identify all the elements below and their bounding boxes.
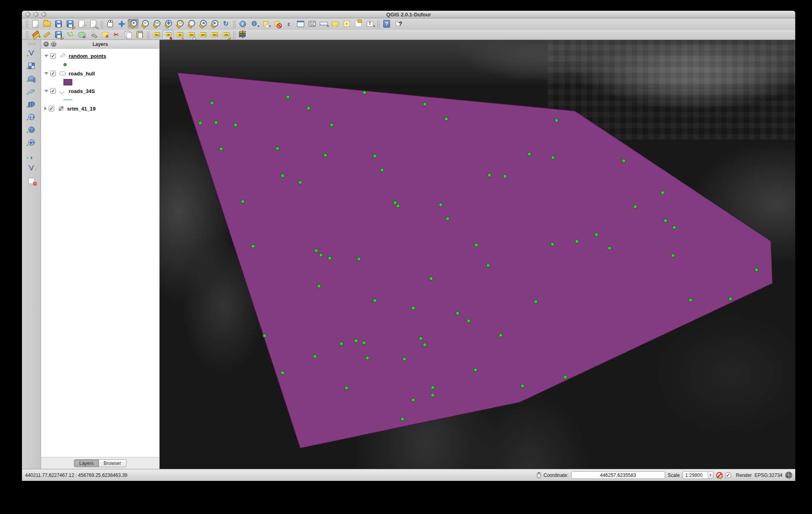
disclosure-triangle-icon[interactable] — [44, 55, 48, 57]
new-shapefile-layer-icon[interactable]: * — [26, 163, 37, 173]
dropdown-caret-icon[interactable]: ▼ — [269, 25, 271, 28]
title-bar[interactable]: QGIS 2.0.1-Dufour — [22, 11, 795, 18]
zoom-last-icon[interactable]: ◀ — [197, 19, 208, 29]
node-tool-icon[interactable] — [88, 30, 99, 40]
zoom-out-icon[interactable]: − — [139, 19, 150, 29]
save-project-as-icon[interactable] — [65, 19, 75, 29]
toolbar-drag-handle[interactable] — [146, 31, 150, 39]
new-print-composer-icon[interactable]: * — [76, 19, 87, 29]
add-postgis-layer-icon[interactable]: + — [26, 74, 37, 83]
new-project-icon[interactable] — [30, 19, 41, 29]
add-raster-layer-icon[interactable]: + — [26, 61, 37, 71]
show-bookmarks-icon[interactable] — [353, 19, 364, 29]
layer-visibility-checkbox[interactable]: ✓ — [50, 53, 56, 59]
pan-to-selection-icon[interactable] — [116, 19, 127, 29]
toolbar-drag-handle[interactable] — [25, 31, 29, 39]
toolbar-drag-handle[interactable] — [100, 20, 103, 28]
add-feature-icon[interactable] — [65, 30, 75, 40]
pin-unpin-labels-icon[interactable]: ab — [174, 30, 185, 40]
paste-features-icon[interactable] — [134, 30, 145, 40]
disclosure-triangle-icon[interactable] — [44, 90, 48, 92]
save-project-icon[interactable] — [53, 19, 64, 29]
run-feature-action-icon[interactable]: ⚙▼ — [249, 19, 259, 29]
layer-name[interactable]: random_points — [69, 53, 106, 59]
zoom-in-icon[interactable]: + — [128, 19, 139, 29]
open-project-icon[interactable] — [42, 19, 52, 29]
layer-visibility-checkbox[interactable]: ✓ — [50, 71, 56, 76]
add-delimited-text-layer-icon[interactable]: ,+ — [26, 150, 37, 160]
measure-icon[interactable]: ▼ — [318, 19, 329, 29]
coordinate-input[interactable] — [571, 471, 665, 479]
zoom-to-layer-icon[interactable] — [186, 19, 196, 29]
whats-this-icon[interactable] — [393, 19, 404, 29]
toolbar-drag-handle[interactable] — [232, 31, 236, 39]
dropdown-caret-icon[interactable]: ▼ — [38, 36, 41, 38]
mouse-position-icon[interactable] — [537, 472, 541, 478]
toolbar-drag-handle[interactable] — [28, 42, 36, 46]
zoom-native-icon[interactable]: 1:1 — [151, 19, 162, 29]
toolbar-drag-handle[interactable] — [232, 20, 236, 28]
pan-map-icon[interactable] — [105, 19, 115, 29]
stop-render-icon[interactable] — [716, 472, 723, 478]
dropdown-caret-icon[interactable]: ▼ — [257, 25, 260, 28]
render-checkbox[interactable]: ✓ — [725, 472, 731, 478]
layer-row-roads_hull[interactable]: ✓roads_hull — [41, 69, 159, 78]
layer-row-roads_34S[interactable]: ✓roads_34S — [41, 86, 159, 96]
rotate-label-icon[interactable]: abc — [209, 30, 220, 40]
layer-labeling-options-icon[interactable]: abc — [151, 30, 162, 40]
change-label-icon[interactable]: abc — [220, 30, 231, 40]
refresh-icon[interactable]: ↻ — [220, 19, 231, 29]
add-wfs-layer-icon[interactable]: V+ — [26, 138, 37, 147]
field-calculator-icon[interactable] — [307, 19, 317, 29]
scale-dropdown-icon[interactable]: ▼ — [708, 471, 713, 479]
add-vector-layer-icon[interactable]: + — [26, 48, 37, 58]
add-spatialite-layer-icon[interactable]: + — [26, 87, 37, 96]
scale-combo[interactable]: 1:29800 ▼ — [683, 471, 713, 479]
add-mssql-layer-icon[interactable]: + — [26, 99, 37, 109]
highlight-pinned-labels-icon[interactable]: ab — [162, 30, 173, 40]
toggle-editing-icon[interactable] — [42, 30, 52, 40]
map-canvas[interactable] — [160, 40, 795, 469]
layer-name[interactable]: srtm_41_19 — [67, 106, 96, 112]
panel-tab-layers[interactable]: Layers — [74, 459, 99, 467]
panel-tab-browser[interactable]: Browser — [99, 459, 127, 467]
layer-row-srtm_41_19[interactable]: ✓srtm_41_19 — [41, 104, 159, 113]
new-bookmark-icon[interactable]: ★ — [341, 19, 352, 29]
toolbar-drag-handle[interactable] — [25, 20, 29, 28]
layer-visibility-checkbox[interactable]: ✓ — [49, 106, 54, 111]
show-hide-labels-icon[interactable]: abc — [186, 30, 196, 40]
composer-manager-icon[interactable] — [88, 19, 99, 29]
cut-features-icon[interactable]: ✂ — [111, 30, 122, 40]
resize-grip[interactable] — [788, 474, 794, 480]
current-edits-icon[interactable]: ▼ — [30, 30, 41, 40]
save-layer-edits-icon[interactable] — [53, 30, 64, 40]
processing-stack-icon[interactable] — [237, 30, 248, 40]
disclosure-triangle-icon[interactable] — [44, 72, 48, 75]
layer-row-random_points[interactable]: ✓random_points — [41, 51, 159, 61]
deselect-features-icon[interactable] — [272, 19, 283, 29]
dropdown-caret-icon[interactable]: ▼ — [327, 25, 329, 28]
copy-features-icon[interactable] — [123, 30, 133, 40]
zoom-full-icon[interactable] — [162, 19, 173, 29]
toolbar-drag-handle[interactable] — [376, 20, 380, 28]
disclosure-triangle-icon[interactable] — [44, 107, 47, 111]
select-features-icon[interactable]: ▼ — [260, 19, 271, 29]
move-feature-icon[interactable] — [76, 30, 87, 40]
zoom-next-icon[interactable]: ▶ — [209, 19, 220, 29]
attribute-table-icon[interactable] — [295, 19, 306, 29]
layer-visibility-checkbox[interactable]: ✓ — [50, 88, 56, 94]
zoom-to-selection-icon[interactable] — [174, 19, 185, 29]
move-label-icon[interactable]: abc — [197, 30, 208, 40]
select-by-expression-icon[interactable]: ε — [283, 19, 294, 29]
map-tips-icon[interactable] — [330, 19, 341, 29]
remove-layer-icon[interactable]: − — [26, 176, 37, 186]
add-wcs-layer-icon[interactable]: + — [26, 125, 37, 134]
delete-selected-icon[interactable] — [99, 30, 110, 40]
identify-icon[interactable]: i — [237, 19, 248, 29]
add-wms-layer-icon[interactable]: + — [26, 112, 37, 122]
dropdown-caret-icon[interactable]: ▼ — [373, 25, 376, 28]
layer-name[interactable]: roads_34S — [69, 88, 95, 94]
help-icon[interactable]: ? — [381, 19, 392, 29]
text-annotation-icon[interactable]: T▼ — [364, 19, 375, 29]
layer-name[interactable]: roads_hull — [69, 71, 95, 77]
